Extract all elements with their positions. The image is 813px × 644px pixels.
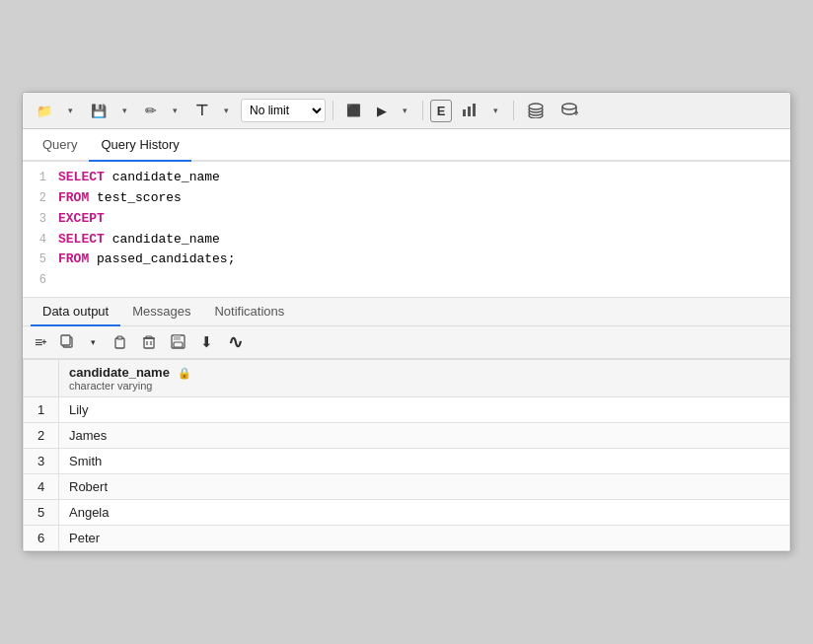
table-row: 4Robert (24, 473, 790, 499)
svg-rect-9 (61, 335, 70, 345)
stop-btn[interactable]: ⬛ (340, 100, 367, 121)
filter-group: ⊤ ▾ (189, 98, 237, 123)
play-dropdown[interactable]: ▾ (394, 100, 415, 121)
e-btn[interactable]: E (430, 100, 452, 122)
line-num-3: 3 (31, 210, 58, 229)
save-group: 💾 ▾ (85, 100, 135, 122)
bar-chart-btn[interactable] (456, 100, 483, 121)
tab-data-output[interactable]: Data output (31, 298, 120, 326)
tab-query-history[interactable]: Query History (89, 129, 190, 162)
bar-chart-icon (462, 104, 478, 117)
copy-btn[interactable] (54, 331, 81, 353)
keyword-select-1: SELECT (58, 170, 105, 184)
data-table: candidate_name 🔒 character varying 1Lily… (23, 359, 790, 551)
row-num-header (24, 359, 59, 396)
tab-messages[interactable]: Messages (120, 298, 202, 326)
copy-icon (60, 334, 75, 349)
chart-btn[interactable]: ∿ (222, 330, 249, 354)
row-number: 4 (24, 473, 59, 499)
limit-select[interactable]: No limit 100 rows 1000 rows (241, 99, 326, 122)
keyword-select-2: SELECT (58, 232, 105, 247)
cell-candidate-name: Smith (59, 448, 790, 473)
svg-rect-14 (146, 336, 152, 338)
cell-candidate-name: Peter (59, 525, 790, 550)
cell-candidate-name: Lily (59, 396, 790, 422)
separator-2 (422, 101, 423, 120)
save-dropdown[interactable]: ▾ (113, 100, 135, 121)
keyword-except: EXCEPT (58, 211, 105, 226)
svg-rect-0 (463, 109, 466, 116)
row-number: 3 (24, 448, 59, 473)
save-data-icon (171, 334, 185, 349)
cell-candidate-name: James (59, 422, 790, 448)
table-row: 3Smith (24, 448, 790, 473)
separator-3 (513, 101, 514, 120)
open-folder-group: 📁 ▾ (31, 100, 81, 122)
filter-dropdown[interactable]: ▾ (215, 100, 237, 121)
bar-chart-dropdown[interactable]: ▾ (484, 100, 506, 121)
play-btn[interactable]: ▶ (371, 100, 393, 122)
lock-icon: 🔒 (178, 367, 191, 379)
code-line-3: 3 EXCEPT (23, 209, 790, 230)
table-body: 1Lily2James3Smith4Robert5Angela6Peter (24, 396, 790, 550)
line-num-4: 4 (31, 231, 58, 250)
data-table-wrap: candidate_name 🔒 character varying 1Lily… (23, 359, 790, 551)
tab-query[interactable]: Query (31, 129, 89, 162)
line-num-6: 6 (31, 271, 58, 290)
code-line-2: 2 FROM test_scores (23, 188, 790, 209)
paste-icon (112, 334, 127, 349)
svg-rect-19 (174, 342, 183, 347)
col-header-sub: character varying (69, 380, 779, 392)
query-tabs: Query Query History (23, 129, 790, 162)
code-text-2: test_scores (97, 190, 182, 205)
coins-icon (527, 103, 545, 118)
col-header-candidate-name: candidate_name 🔒 character varying (59, 359, 790, 396)
code-line-6: 6 (23, 270, 790, 291)
row-number: 5 (24, 499, 59, 525)
copy-dropdown[interactable]: ▾ (82, 331, 104, 353)
svg-rect-2 (473, 104, 476, 116)
pencil-dropdown[interactable]: ▾ (164, 100, 185, 121)
keyword-from-2: FROM (58, 251, 89, 266)
row-number: 1 (24, 396, 59, 422)
main-toolbar: 📁 ▾ 💾 ▾ ✏ ▾ ⊤ ▾ No limit 100 rows 1000 r… (23, 93, 790, 129)
separator-1 (333, 101, 333, 120)
row-number: 2 (24, 422, 59, 448)
code-line-1: 1 SELECT candidate_name (23, 168, 790, 188)
code-editor[interactable]: 1 SELECT candidate_name 2 FROM test_scor… (23, 162, 790, 298)
copy-group: ▾ (54, 331, 104, 353)
download-btn[interactable]: ⬇ (194, 330, 219, 354)
filter-btn[interactable]: ⊤ (189, 98, 214, 123)
paste-btn[interactable] (107, 331, 133, 353)
open-folder-btn[interactable]: 📁 (31, 100, 58, 122)
svg-rect-18 (174, 335, 181, 340)
save-btn[interactable]: 💾 (85, 100, 112, 122)
keyword-from-1: FROM (58, 190, 89, 205)
bar-chart-group: ▾ (456, 100, 506, 121)
line-num-1: 1 (31, 169, 58, 187)
pencil-btn[interactable]: ✏ (139, 99, 163, 122)
svg-rect-12 (144, 338, 154, 348)
open-folder-dropdown[interactable]: ▾ (59, 100, 81, 121)
table-row: 6Peter (24, 525, 790, 550)
table-row: 1Lily (24, 396, 790, 422)
db-refresh-btn[interactable] (554, 99, 584, 122)
coins-btn[interactable] (521, 99, 551, 122)
tab-notifications[interactable]: Notifications (202, 298, 296, 326)
play-group: ▶ ▾ (371, 100, 415, 122)
line-num-5: 5 (31, 250, 58, 269)
table-row: 5Angela (24, 499, 790, 525)
svg-point-7 (562, 104, 576, 109)
delete-icon (142, 334, 156, 349)
cell-candidate-name: Robert (59, 473, 790, 499)
output-tabs: Data output Messages Notifications (23, 298, 790, 326)
save-data-btn[interactable] (165, 331, 191, 353)
svg-point-6 (529, 104, 543, 109)
pencil-group: ✏ ▾ (139, 99, 185, 122)
code-text-4: candidate_name (112, 232, 220, 247)
code-line-5: 5 FROM passed_candidates; (23, 250, 790, 270)
delete-btn[interactable] (136, 331, 162, 353)
output-toolbar: ≡+ ▾ (23, 326, 790, 359)
line-num-2: 2 (31, 189, 58, 208)
add-row-btn[interactable]: ≡+ (29, 331, 51, 353)
